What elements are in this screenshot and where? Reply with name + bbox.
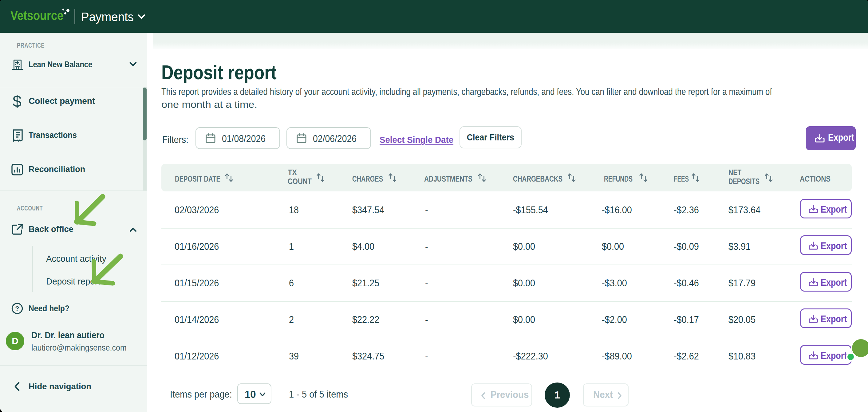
svg-text:?: ? — [16, 305, 19, 312]
